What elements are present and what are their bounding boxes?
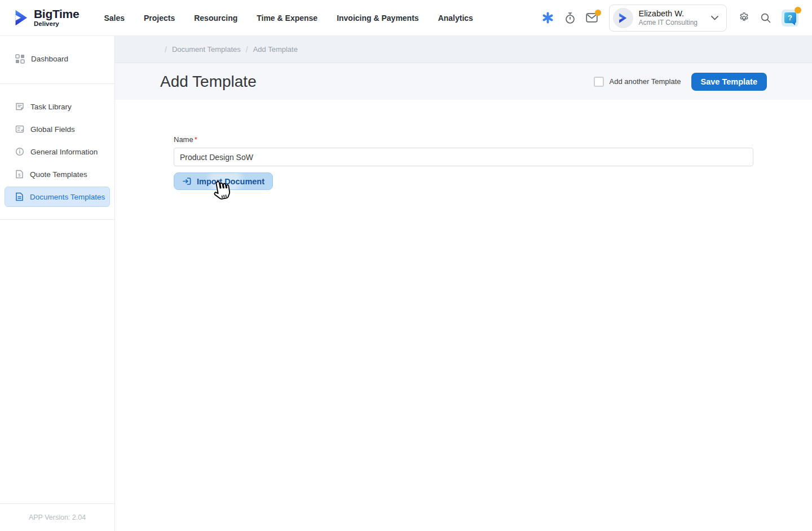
breadcrumb-separator: / xyxy=(165,45,167,54)
help-icon[interactable]: ? xyxy=(782,10,798,26)
chevron-down-icon xyxy=(711,16,718,20)
sidebar-item-dashboard[interactable]: Dashboard xyxy=(5,48,110,69)
mail-badge xyxy=(595,10,601,16)
import-label: Import Document xyxy=(197,177,264,186)
checklist-icon xyxy=(15,125,24,134)
sidebar-item-label: Quote Templates xyxy=(30,170,87,179)
user-name: Elizabeth W. xyxy=(639,8,698,19)
sidebar-item-documents-templates[interactable]: Documents Templates xyxy=(5,187,110,207)
sidebar-item-label: Global Fields xyxy=(30,125,75,134)
sidebar-item-label: Documents Templates xyxy=(30,193,105,201)
document-icon xyxy=(15,192,24,201)
sidebar-item-label: Dashboard xyxy=(31,55,68,63)
avatar xyxy=(613,8,633,28)
quote-document-icon: $ xyxy=(15,170,24,179)
brand-name: BigTime xyxy=(34,8,79,20)
nav-item-sales[interactable]: Sales xyxy=(104,14,125,23)
nav-item-analytics[interactable]: Analytics xyxy=(438,14,473,23)
user-menu[interactable]: Elizabeth W. Acme IT Consulting xyxy=(609,5,727,32)
main-nav: Sales Projects Resourcing Time & Expense… xyxy=(104,14,473,23)
help-badge xyxy=(795,7,801,14)
brand-tagline: Delivery xyxy=(34,21,79,28)
required-asterisk: * xyxy=(195,135,197,144)
import-document-button[interactable]: Import Document xyxy=(174,172,273,190)
user-company: Acme IT Consulting xyxy=(639,19,698,27)
note-icon xyxy=(15,102,24,111)
sparkle-icon[interactable] xyxy=(542,12,554,24)
sidebar-item-general-information[interactable]: General Information xyxy=(5,141,110,162)
breadcrumb-document-templates[interactable]: Document Templates xyxy=(172,45,241,54)
name-field-label: Name* xyxy=(174,135,753,144)
name-input[interactable] xyxy=(174,148,753,166)
sidebar-item-label: Task Library xyxy=(30,103,72,111)
sidebar: Dashboard Task Library xyxy=(0,36,115,531)
breadcrumb-separator: / xyxy=(246,45,248,54)
form-area: Name* Import Document xyxy=(115,100,812,531)
sidebar-item-label: General Information xyxy=(30,148,98,156)
import-icon xyxy=(182,176,192,186)
help-bubble: ? xyxy=(784,12,796,23)
add-another-label[interactable]: Add another Template xyxy=(610,77,681,86)
breadcrumb: / Document Templates / Add Template xyxy=(115,36,812,63)
top-navigation-bar: BigTime Delivery Sales Projects Resourci… xyxy=(0,0,812,36)
breadcrumb-add-template[interactable]: Add Template xyxy=(253,45,298,54)
info-icon xyxy=(15,147,24,156)
sidebar-item-global-fields[interactable]: Global Fields xyxy=(5,119,110,139)
sidebar-item-task-library[interactable]: Task Library xyxy=(5,96,110,117)
gear-icon[interactable] xyxy=(738,12,750,24)
search-icon[interactable] xyxy=(760,12,772,24)
nav-item-invoicing-payments[interactable]: Invoicing & Payments xyxy=(337,14,418,23)
mail-icon[interactable] xyxy=(586,12,598,24)
save-template-button[interactable]: Save Template xyxy=(691,73,767,91)
svg-text:$: $ xyxy=(18,172,21,178)
sidebar-item-quote-templates[interactable]: $ Quote Templates xyxy=(5,164,110,184)
page-title: Add Template xyxy=(160,73,257,91)
dashboard-grid-icon xyxy=(15,54,25,64)
nav-item-time-expense[interactable]: Time & Expense xyxy=(257,14,317,23)
page-header: Add Template Add another Template Save T… xyxy=(115,63,812,100)
bigtime-logo[interactable]: BigTime Delivery xyxy=(14,8,79,28)
stopwatch-icon[interactable] xyxy=(564,12,576,24)
bigtime-play-icon xyxy=(14,9,29,26)
add-another-checkbox[interactable] xyxy=(594,77,604,87)
main-area: / Document Templates / Add Template Add … xyxy=(115,36,812,531)
app-version: APP Version: 2.04 xyxy=(0,503,114,531)
nav-item-resourcing[interactable]: Resourcing xyxy=(194,14,237,23)
nav-item-projects[interactable]: Projects xyxy=(144,14,175,23)
topbar-actions: Elizabeth W. Acme IT Consulting ? xyxy=(542,5,799,32)
